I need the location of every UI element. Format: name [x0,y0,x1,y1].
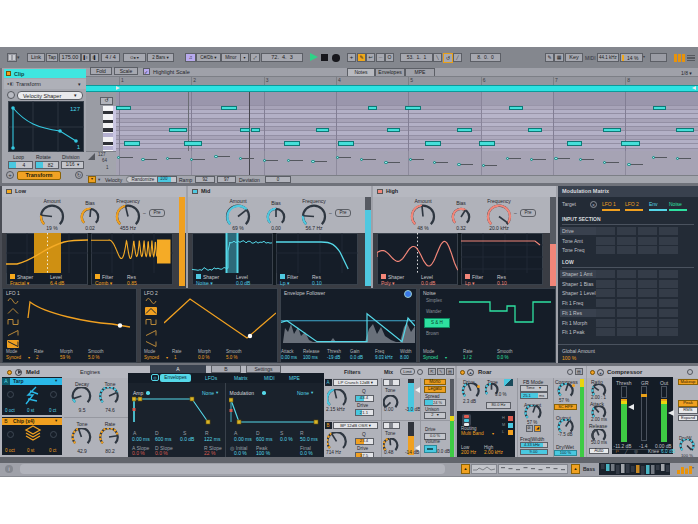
svg-text:1: 1 [77,144,81,150]
svg-text:127: 127 [70,106,81,112]
